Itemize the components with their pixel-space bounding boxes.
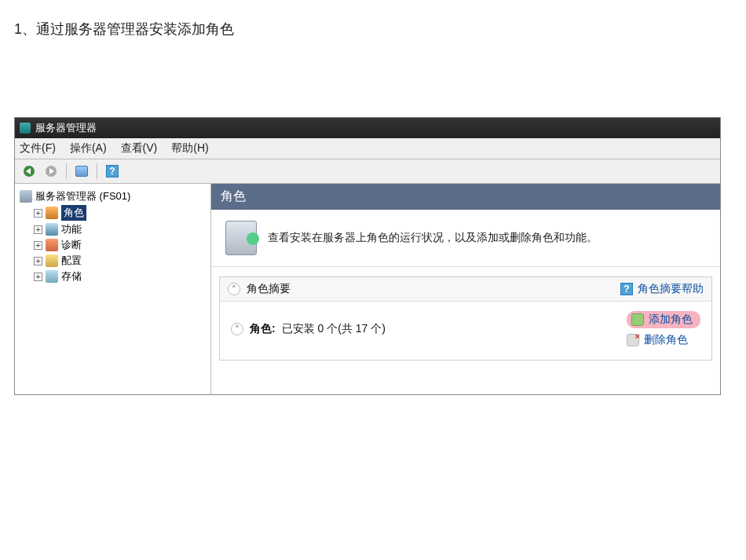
summary-help-link[interactable]: ? 角色摘要帮助 [620,282,704,296]
summary-header: ˄ 角色摘要 ? 角色摘要帮助 [220,277,711,302]
toolbar-help-button[interactable]: ? [103,163,122,180]
toolbar-separator [97,163,97,179]
back-button[interactable] [20,163,38,180]
storage-icon [46,270,58,283]
summary-title: 角色摘要 [247,282,291,296]
main-pane: 角色 查看安装在服务器上角色的运行状况，以及添加或删除角色和功能。 ˄ 角色摘要… [211,184,720,394]
tree-root[interactable]: 服务器管理器 (FS01) [18,188,207,204]
tree-label-storage: 存储 [61,269,82,284]
menu-action[interactable]: 操作(A) [70,141,107,156]
forward-button[interactable] [42,163,60,180]
tree-root-label: 服务器管理器 (FS01) [35,189,130,203]
features-icon [46,223,58,236]
toolbar-separator [66,163,67,179]
intro-row: 查看安装在服务器上角色的运行状况，以及添加或删除角色和功能。 [225,221,706,255]
titlebar: 服务器管理器 [15,118,720,138]
role-summary-panel: ˄ 角色摘要 ? 角色摘要帮助 ˄ 角色: 已安装 0 个(共 17 个) [219,276,712,361]
diagnostics-icon [46,239,58,251]
forward-icon [46,166,57,177]
tree-node-storage[interactable]: + 存储 [18,269,207,284]
tree-node-roles[interactable]: + 角色 [18,204,207,221]
main-body: 查看安装在服务器上角色的运行状况，以及添加或删除角色和功能。 [211,210,720,267]
remove-role-icon [627,334,639,346]
panes-button[interactable] [72,163,91,180]
installed-count-text: 已安装 0 个(共 17 个) [282,322,386,336]
server-large-icon [225,221,257,255]
intro-text: 查看安装在服务器上角色的运行状况，以及添加或删除角色和功能。 [268,231,598,245]
content-area: 服务器管理器 (FS01) + 角色 + 功能 + 诊断 [15,184,720,394]
installed-label: 角色: [250,322,276,336]
expander-icon[interactable]: + [34,273,42,281]
tree-pane: 服务器管理器 (FS01) + 角色 + 功能 + 诊断 [15,184,211,394]
help-icon: ? [106,165,119,178]
app-icon [20,123,31,134]
panes-icon [75,166,88,177]
help-icon: ? [620,283,633,295]
menu-view[interactable]: 查看(V) [121,141,158,156]
summary-body: ˄ 角色: 已安装 0 个(共 17 个) 添加角色 删除角色 [220,302,711,360]
expander-icon[interactable]: + [34,257,42,265]
add-role-label: 添加角色 [649,313,693,327]
role-action-links: 添加角色 删除角色 [627,311,700,347]
tree-node-diagnostics[interactable]: + 诊断 [18,237,207,253]
summary-help-text: 角色摘要帮助 [638,282,704,296]
toolbar: ? [15,159,720,184]
chevron-up-icon[interactable]: ˄ [231,323,243,335]
configuration-icon [46,254,58,267]
add-role-icon [631,313,644,326]
remove-role-label: 删除角色 [644,333,688,347]
add-role-link[interactable]: 添加角色 [627,311,700,328]
tree-label-configuration: 配置 [61,254,82,268]
window-title: 服务器管理器 [35,121,97,135]
expander-icon[interactable]: + [34,209,42,218]
tree-label-diagnostics: 诊断 [61,238,82,252]
tree-node-configuration[interactable]: + 配置 [18,253,207,269]
installed-roles-line: ˄ 角色: 已安装 0 个(共 17 个) [231,311,386,347]
tree-label-features: 功能 [61,222,82,236]
expander-icon[interactable]: + [34,225,42,234]
roles-icon [46,207,58,219]
page-caption: 1、通过服务器管理器安装添加角色 [14,20,732,38]
tree-label-roles: 角色 [61,205,86,221]
expander-icon[interactable]: + [34,241,42,250]
server-manager-window: 服务器管理器 文件(F) 操作(A) 查看(V) 帮助(H) ? 服务器管理器 … [14,117,721,395]
remove-role-link[interactable]: 删除角色 [627,333,688,347]
chevron-up-icon[interactable]: ˄ [228,283,240,295]
main-header: 角色 [211,184,720,210]
back-icon [24,166,35,177]
menubar: 文件(F) 操作(A) 查看(V) 帮助(H) [15,138,720,159]
server-icon [20,190,32,203]
menu-help[interactable]: 帮助(H) [171,141,208,156]
tree-node-features[interactable]: + 功能 [18,221,207,237]
menu-file[interactable]: 文件(F) [20,141,56,156]
